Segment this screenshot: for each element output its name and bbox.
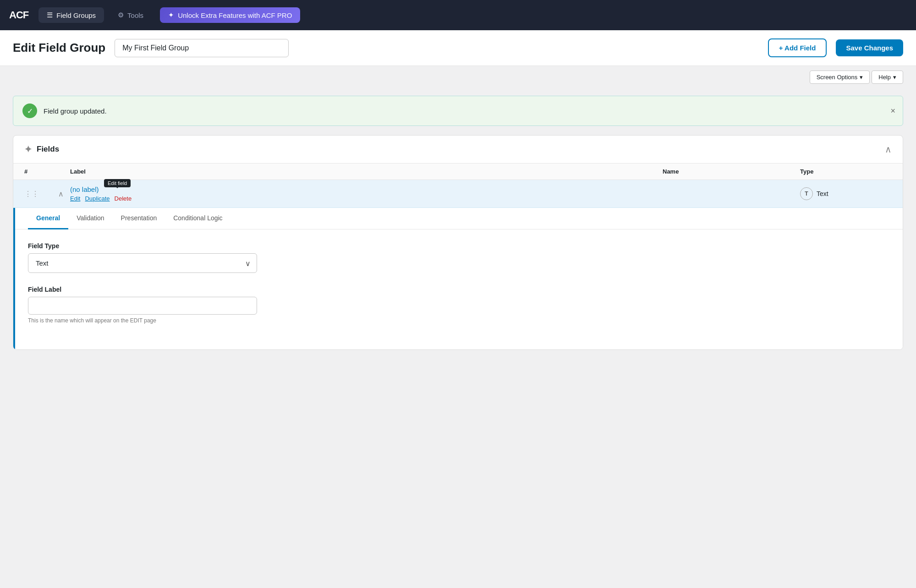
type-label: Text: [817, 190, 828, 197]
help-button[interactable]: Help ▾: [872, 71, 903, 84]
success-icon: ✓: [22, 103, 37, 118]
tab-presentation[interactable]: Presentation: [113, 208, 165, 229]
chevron-down-icon: ▾: [860, 74, 863, 81]
field-edit-area: General Validation Presentation Conditio…: [13, 208, 903, 349]
notice-close-button[interactable]: ×: [890, 107, 895, 115]
col-expand: [52, 168, 70, 175]
tools-nav-button[interactable]: ⚙ Tools: [110, 7, 152, 23]
screen-options-button[interactable]: Screen Options ▾: [810, 71, 870, 84]
field-label-form-field: Field Label This is the name which will …: [28, 286, 890, 324]
field-label-input[interactable]: [28, 297, 257, 315]
field-type-cell: T Text: [800, 187, 892, 200]
field-type-select[interactable]: Text: [28, 253, 257, 273]
field-type-form-field: Field Type Text: [28, 242, 890, 273]
duplicate-field-link[interactable]: Duplicate: [85, 195, 110, 202]
col-type: Type: [800, 168, 892, 175]
col-hash: #: [24, 168, 52, 175]
star-icon: ✦: [168, 11, 174, 19]
table-row: ⋮⋮ ∧ (no label) Edit Duplicate Delete Ed…: [13, 180, 903, 208]
top-navigation: ACF ☰ Field Groups ⚙ Tools ✦ Unlock Extr…: [0, 0, 916, 30]
field-type-label: Field Type: [28, 242, 890, 250]
notice-text: Field group updated.: [44, 107, 107, 115]
tools-icon: ⚙: [118, 11, 124, 19]
header-bar: Edit Field Group + Add Field Save Change…: [0, 30, 916, 66]
add-field-button[interactable]: + Add Field: [768, 38, 827, 57]
screen-options-bar: Screen Options ▾ Help ▾: [0, 66, 916, 88]
tab-general[interactable]: General: [28, 208, 68, 229]
field-group-name-input[interactable]: [115, 39, 289, 57]
field-label-link[interactable]: (no label): [70, 185, 663, 193]
tab-validation[interactable]: Validation: [68, 208, 112, 229]
success-notice: ✓ Field group updated. ×: [13, 96, 903, 126]
pro-upgrade-button[interactable]: ✦ Unlock Extra Features with ACF PRO: [160, 7, 300, 23]
field-label-column: (no label) Edit Duplicate Delete Edit fi…: [70, 185, 663, 202]
field-label-label: Field Label: [28, 286, 890, 293]
page-title: Edit Field Group: [13, 41, 105, 55]
field-actions: Edit Duplicate Delete: [70, 195, 663, 202]
field-type-select-wrapper: Text: [28, 253, 257, 273]
fields-icon: ✦: [24, 144, 32, 155]
collapse-row-button[interactable]: ∧: [52, 190, 70, 198]
list-icon: ☰: [47, 11, 53, 19]
main-content: ✓ Field group updated. × ✦ Fields ∧ # La…: [0, 88, 916, 357]
fields-panel: ✦ Fields ∧ # Label Name Type ⋮⋮ ∧ (no la…: [13, 135, 903, 350]
collapse-panel-button[interactable]: ∧: [885, 144, 892, 155]
fields-panel-header: ✦ Fields ∧: [13, 136, 903, 163]
col-name: Name: [663, 168, 800, 175]
field-edit-tabs: General Validation Presentation Conditio…: [15, 208, 903, 229]
delete-field-link[interactable]: Delete: [115, 195, 132, 202]
fields-panel-title: ✦ Fields: [24, 144, 59, 155]
field-label-hint: This is the name which will appear on th…: [28, 317, 890, 324]
chevron-down-icon: ▾: [893, 74, 896, 81]
field-groups-nav-button[interactable]: ☰ Field Groups: [38, 7, 104, 23]
drag-handle-icon[interactable]: ⋮⋮: [24, 190, 52, 198]
tab-conditional-logic[interactable]: Conditional Logic: [165, 208, 230, 229]
type-icon: T: [800, 187, 813, 200]
save-changes-button[interactable]: Save Changes: [836, 39, 903, 56]
col-label: Label: [70, 168, 663, 175]
table-header: # Label Name Type: [13, 163, 903, 180]
edit-field-link[interactable]: Edit: [70, 195, 80, 202]
field-edit-body: Field Type Text Field Label This is the …: [15, 229, 903, 349]
acf-logo: ACF: [9, 9, 28, 21]
